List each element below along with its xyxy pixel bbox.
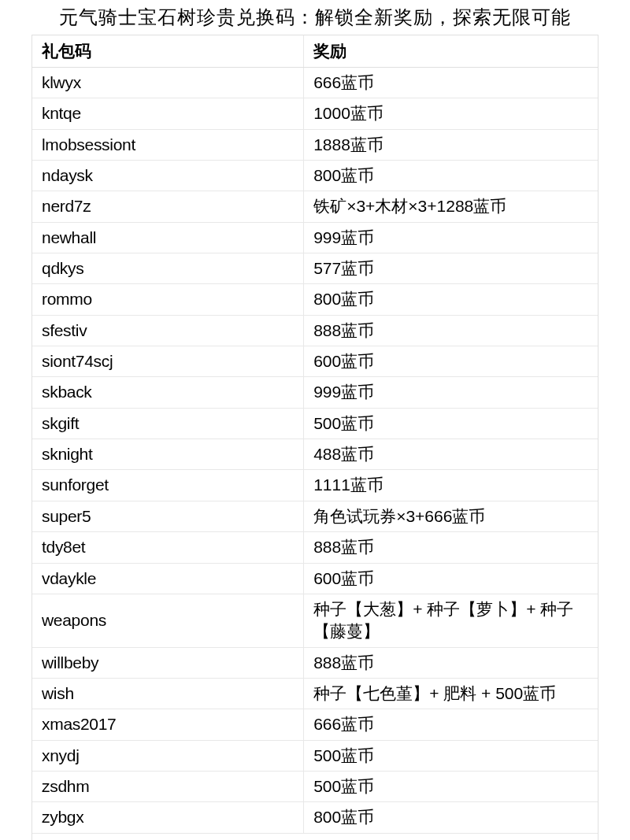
table-row: weapons种子【大葱】+ 种子【萝卜】+ 种子【藤蔓】 [32,594,598,647]
reward-cell: 600蓝币 [304,563,598,594]
reward-cell: 800蓝币 [304,161,598,191]
reward-cell: 角色试玩券×3+666蓝币 [304,501,598,531]
code-cell: qdkys [32,253,304,284]
code-cell: skgift [32,408,304,439]
table-row: skback999蓝币 [32,377,598,408]
table-row: newhall999蓝币 [32,222,598,253]
table-row: qdkys577蓝币 [32,253,598,284]
reward-cell: 577蓝币 [304,253,598,284]
code-cell: sfestiv [32,315,304,346]
header-reward: 奖励 [304,35,598,68]
blank-space [32,834,598,840]
codes-table-container: 礼包码 奖励 klwyx666蓝币kntqe1000蓝币lmobsessiont… [32,35,598,840]
reward-cell: 种子【大葱】+ 种子【萝卜】+ 种子【藤蔓】 [304,594,598,647]
code-cell: siont74scj [32,346,304,377]
table-row: skgift500蓝币 [32,408,598,439]
reward-cell: 1111蓝币 [304,470,598,501]
table-row: siont74scj600蓝币 [32,346,598,377]
table-row: klwyx666蓝币 [32,68,598,98]
code-cell: sknight [32,439,304,470]
table-row: rommo800蓝币 [32,284,598,315]
code-cell: tdy8et [32,532,304,563]
reward-cell: 600蓝币 [304,346,598,377]
table-row: super5角色试玩券×3+666蓝币 [32,501,598,531]
code-cell: weapons [32,594,304,647]
code-cell: skback [32,377,304,408]
header-code: 礼包码 [32,35,304,68]
code-cell: vdaykle [32,563,304,594]
code-cell: sunforget [32,470,304,501]
reward-cell: 888蓝币 [304,315,598,346]
code-cell: kntqe [32,98,304,129]
reward-cell: 888蓝币 [304,647,598,678]
codes-table: 礼包码 奖励 klwyx666蓝币kntqe1000蓝币lmobsessiont… [32,35,598,834]
reward-cell: 铁矿×3+木材×3+1288蓝币 [304,191,598,222]
reward-cell: 666蓝币 [304,68,598,98]
reward-cell: 999蓝币 [304,377,598,408]
reward-cell: 800蓝币 [304,284,598,315]
reward-cell: 999蓝币 [304,222,598,253]
code-cell: lmobsessiont [32,129,304,160]
reward-cell: 500蓝币 [304,740,598,771]
table-row: zybgx800蓝币 [32,802,598,833]
code-cell: wish [32,678,304,709]
code-cell: klwyx [32,68,304,98]
table-row: sfestiv888蓝币 [32,315,598,346]
page-title: 元气骑士宝石树珍贵兑换码：解锁全新奖励，探索无限可能 [0,0,630,35]
table-row: vdaykle600蓝币 [32,563,598,594]
code-cell: newhall [32,222,304,253]
reward-cell: 500蓝币 [304,771,598,801]
reward-cell: 1000蓝币 [304,98,598,129]
reward-cell: 1888蓝币 [304,129,598,160]
code-cell: nerd7z [32,191,304,222]
table-row: tdy8et888蓝币 [32,532,598,563]
code-cell: xnydj [32,740,304,771]
table-row: xmas2017666蓝币 [32,709,598,740]
code-cell: ndaysk [32,161,304,191]
reward-cell: 888蓝币 [304,532,598,563]
code-cell: rommo [32,284,304,315]
table-row: willbeby888蓝币 [32,647,598,678]
code-cell: super5 [32,501,304,531]
reward-cell: 488蓝币 [304,439,598,470]
code-cell: xmas2017 [32,709,304,740]
reward-cell: 666蓝币 [304,709,598,740]
table-row: wish种子【七色堇】+ 肥料 + 500蓝币 [32,678,598,709]
table-row: nerd7z铁矿×3+木材×3+1288蓝币 [32,191,598,222]
table-row: sknight488蓝币 [32,439,598,470]
table-row: kntqe1000蓝币 [32,98,598,129]
table-row: zsdhm500蓝币 [32,771,598,801]
code-cell: zsdhm [32,771,304,801]
table-row: lmobsessiont1888蓝币 [32,129,598,160]
reward-cell: 800蓝币 [304,802,598,833]
reward-cell: 种子【七色堇】+ 肥料 + 500蓝币 [304,678,598,709]
reward-cell: 500蓝币 [304,408,598,439]
code-cell: zybgx [32,802,304,833]
table-row: ndaysk800蓝币 [32,161,598,191]
table-header-row: 礼包码 奖励 [32,35,598,68]
table-row: xnydj500蓝币 [32,740,598,771]
table-row: sunforget1111蓝币 [32,470,598,501]
code-cell: willbeby [32,647,304,678]
